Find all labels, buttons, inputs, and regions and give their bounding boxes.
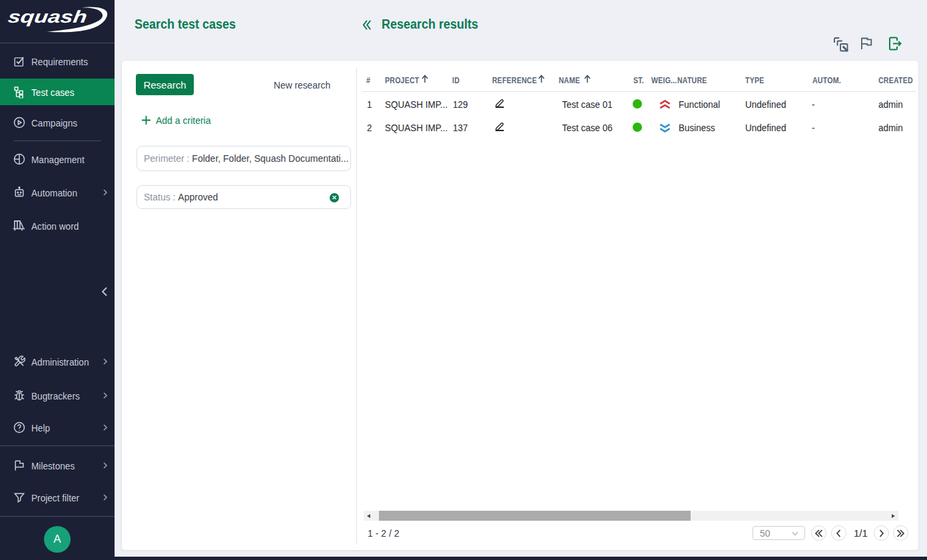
svg-text:squash: squash bbox=[7, 7, 88, 25]
